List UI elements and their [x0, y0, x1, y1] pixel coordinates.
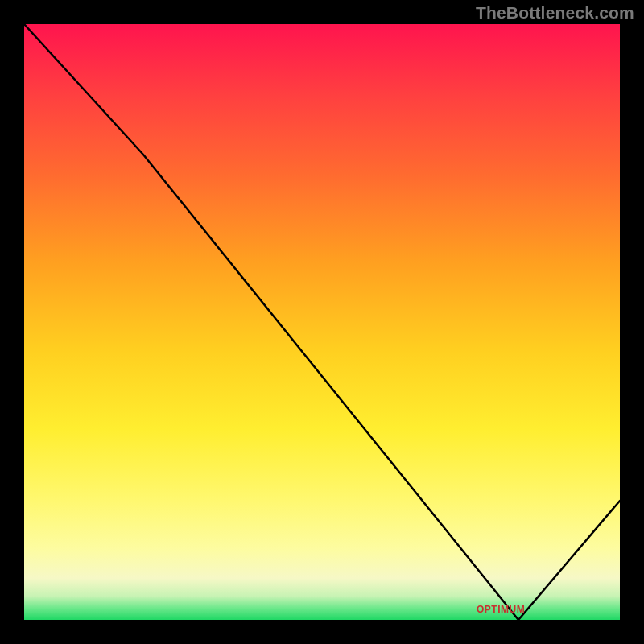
optimum-annotation: OPTIMUM: [477, 604, 525, 615]
plot-area: OPTIMUM: [24, 24, 620, 620]
watermark-label: TheBottleneck.com: [476, 3, 634, 23]
chart-stage: TheBottleneck.com OPTIMUM: [0, 0, 644, 644]
line-chart-svg: [24, 24, 620, 620]
data-line: [24, 24, 620, 620]
